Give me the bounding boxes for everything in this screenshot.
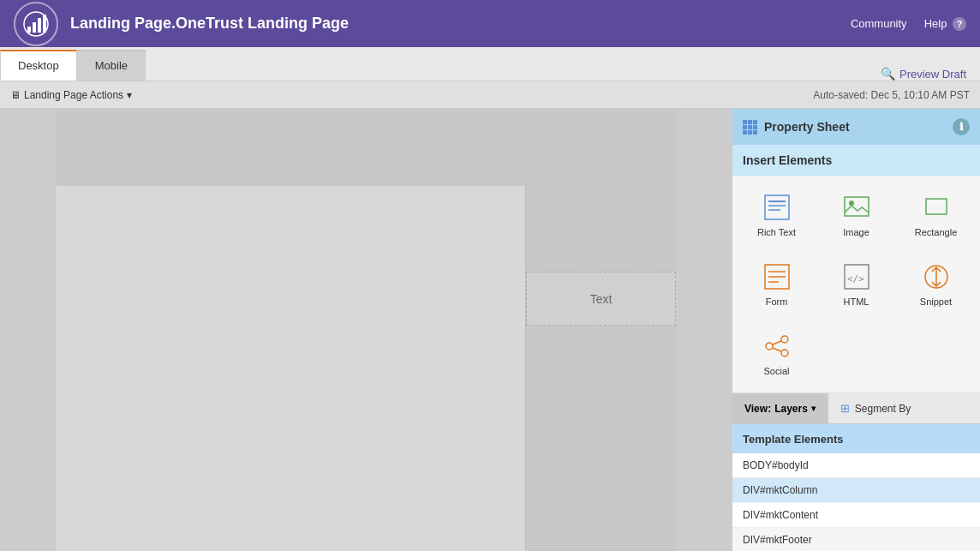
element-snippet[interactable]: Snippet — [900, 254, 971, 314]
right-panel: Property Sheet ℹ Insert Elements Rich Te — [732, 109, 980, 551]
html-label: HTML — [844, 296, 869, 307]
canvas[interactable]: Text — [0, 109, 732, 551]
svg-rect-4 — [43, 15, 46, 33]
template-list: BODY#bodyId DIV#mktColumn DIV#mktContent… — [732, 453, 980, 551]
property-sheet-label: Property Sheet — [764, 120, 850, 134]
grid-icon — [743, 120, 757, 135]
property-sheet-title: Property Sheet — [743, 120, 850, 135]
social-icon — [762, 331, 792, 362]
canvas-col-right — [526, 186, 676, 551]
element-form[interactable]: Form — [741, 254, 812, 314]
form-icon — [762, 261, 792, 292]
rich-text-icon — [762, 192, 792, 223]
svg-rect-2 — [33, 22, 36, 33]
rectangle-label: Rectangle — [915, 227, 958, 237]
canvas-section-top — [56, 109, 676, 186]
segment-icon: ⊞ — [840, 402, 850, 415]
header-nav: Community Help ? — [851, 17, 966, 31]
elements-grid: Rich Text Image — [732, 176, 980, 393]
svg-point-20 — [766, 343, 773, 350]
dropdown-icon[interactable]: ▾ — [127, 89, 132, 101]
element-rich-text[interactable]: Rich Text — [741, 184, 812, 245]
property-sheet-header: Property Sheet ℹ — [732, 109, 980, 145]
social-label: Social — [764, 366, 790, 376]
svg-rect-3 — [38, 18, 41, 33]
autosave-text: Auto-saved: Dec 5, 10:10 AM PST — [813, 89, 970, 101]
rich-text-label: Rich Text — [757, 227, 796, 237]
main-area: Text Property Sheet ℹ Insert Elements — [0, 109, 980, 551]
svg-text:</>: </> — [847, 273, 864, 284]
image-label: Image — [843, 227, 869, 237]
view-bar: View: Layers ▾ ⊞ Segment By — [732, 393, 980, 424]
snippet-icon — [921, 261, 952, 292]
svg-rect-9 — [845, 197, 869, 216]
template-item-mktfooter[interactable]: DIV#mktFooter — [732, 528, 980, 551]
template-item-mktcolumn[interactable]: DIV#mktColumn — [732, 478, 980, 503]
form-label: Form — [766, 296, 788, 307]
help-link[interactable]: Help ? — [924, 17, 966, 31]
app-logo — [14, 2, 58, 46]
page-title: Landing Page.OneTrust Landing Page — [70, 15, 851, 33]
view-label: View: — [744, 403, 771, 415]
svg-rect-5 — [765, 195, 789, 219]
actions-bar: 🖥 Landing Page Actions ▾ Auto-saved: Dec… — [0, 81, 980, 109]
help-icon: ? — [953, 17, 966, 31]
page-icon: 🖥 — [10, 89, 21, 101]
template-elements-header: Template Elements — [732, 424, 980, 453]
insert-elements-header: Insert Elements — [732, 145, 980, 176]
element-html[interactable]: </> HTML — [821, 254, 892, 314]
element-image[interactable]: Image — [821, 184, 892, 245]
layers-dropdown-icon: ▾ — [811, 404, 816, 413]
svg-line-23 — [773, 348, 781, 351]
element-social[interactable]: Social — [741, 323, 812, 384]
snippet-label: Snippet — [920, 296, 952, 307]
view-layers-tab[interactable]: View: Layers ▾ — [732, 393, 828, 423]
canvas-inner — [56, 109, 676, 551]
template-item-mktcontent[interactable]: DIV#mktContent — [732, 503, 980, 528]
html-icon: </> — [841, 261, 872, 292]
tab-group: Desktop Mobile — [0, 47, 146, 81]
image-icon — [841, 192, 872, 223]
svg-rect-11 — [926, 199, 947, 214]
tab-bar: Desktop Mobile 🔍 Preview Draft — [0, 47, 980, 81]
app-header: Landing Page.OneTrust Landing Page Commu… — [0, 0, 980, 47]
layers-label: Layers — [774, 403, 808, 415]
canvas-section-mid — [56, 186, 676, 551]
search-icon: 🔍 — [881, 67, 895, 81]
tab-mobile[interactable]: Mobile — [77, 50, 146, 81]
landing-page-actions-text: Landing Page Actions — [24, 89, 123, 101]
preview-draft-button[interactable]: 🔍 Preview Draft — [867, 67, 980, 81]
template-elements-title: Template Elements — [743, 433, 844, 446]
canvas-col-left — [56, 186, 526, 551]
template-item-body[interactable]: BODY#bodyId — [732, 453, 980, 478]
element-rectangle[interactable]: Rectangle — [900, 184, 971, 245]
tab-desktop[interactable]: Desktop — [0, 50, 77, 81]
svg-rect-1 — [27, 27, 31, 33]
actions-label: 🖥 Landing Page Actions ▾ — [10, 89, 132, 101]
insert-elements-title: Insert Elements — [743, 153, 832, 167]
canvas-text-element[interactable]: Text — [526, 272, 676, 326]
segment-by-tab[interactable]: ⊞ Segment By — [828, 393, 923, 423]
svg-line-22 — [773, 341, 781, 344]
rectangle-icon — [921, 192, 952, 223]
svg-point-21 — [781, 350, 788, 356]
community-link[interactable]: Community — [851, 17, 907, 30]
info-icon[interactable]: ℹ — [953, 118, 970, 135]
svg-point-19 — [781, 336, 788, 343]
